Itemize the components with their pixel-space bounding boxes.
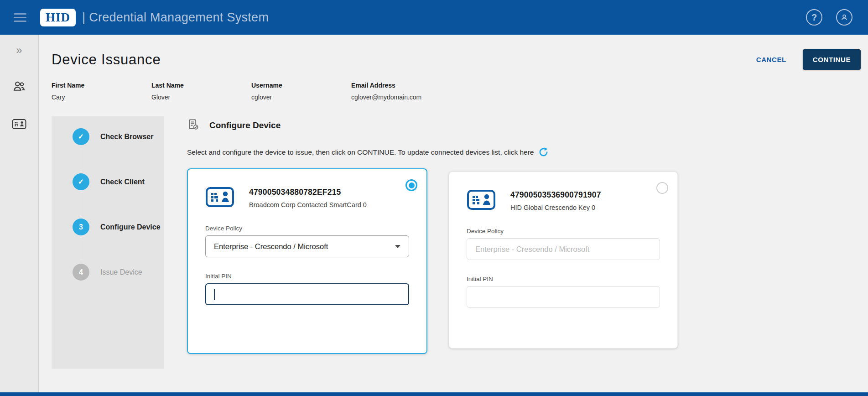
smartcard-icon <box>205 187 234 209</box>
device-card-crescendo-key[interactable]: 47900503536900791907 HID Global Crescend… <box>449 172 678 349</box>
user-summary: First Name Cary Last Name Glover Usernam… <box>52 82 868 101</box>
main-content: Device Issuance CANCEL CONTINUE First Na… <box>39 35 868 392</box>
initial-pin-label: Initial PIN <box>205 273 409 280</box>
user-account-icon[interactable] <box>836 9 852 26</box>
smartcard-icon <box>467 189 496 212</box>
username-value: cglover <box>251 94 351 101</box>
chevron-down-icon <box>395 245 400 248</box>
cancel-button[interactable]: CANCEL <box>756 56 786 63</box>
instruction-text: Select and configure the device to issue… <box>187 148 534 156</box>
expand-sidebar-icon[interactable]: » <box>16 45 22 56</box>
device-name: Broadcom Corp Contacted SmartCard 0 <box>249 201 367 208</box>
users-nav-icon[interactable] <box>12 79 26 95</box>
step-number: 4 <box>73 264 89 281</box>
step-number: 3 <box>73 219 89 235</box>
email-label: Email Address <box>351 82 451 89</box>
email-value: cglover@mydomain.com <box>351 94 451 101</box>
help-icon[interactable]: ? <box>806 9 822 26</box>
step-configure-device: 3 Configure Device <box>52 219 164 235</box>
initial-pin-input[interactable] <box>205 283 409 305</box>
step-check-icon: ✓ <box>73 173 89 190</box>
hid-logo: HID <box>40 9 76 26</box>
username-label: Username <box>251 82 351 89</box>
email-field: Email Address cglover@mydomain.com <box>351 82 451 101</box>
device-card-smartcard[interactable]: 479005034880782EF215 Broadcom Corp Conta… <box>187 168 427 354</box>
device-name: HID Global Crescendo Key 0 <box>510 204 601 211</box>
device-policy-select[interactable]: Enterprise - Crescendo / Microsoft <box>205 235 409 257</box>
app-title: | Credential Management System <box>82 10 269 25</box>
last-name-label: Last Name <box>151 82 251 89</box>
top-app-bar: HID | Credential Management System ? <box>0 0 868 35</box>
device-radio-unselected[interactable] <box>656 182 668 194</box>
step-check-icon: ✓ <box>73 128 89 145</box>
device-policy-label: Device Policy <box>467 228 660 234</box>
issuance-stepper: ✓ Check Browser ✓ Check Client 3 Configu… <box>52 116 164 369</box>
first-name-value: Cary <box>52 94 151 101</box>
section-title: Configure Device <box>209 120 281 130</box>
bottom-accent-bar <box>0 392 868 396</box>
first-name-label: First Name <box>52 82 151 89</box>
device-policy-select-disabled: Enterprise - Crescendo / Microsoft <box>467 238 660 260</box>
initial-pin-label: Initial PIN <box>467 276 660 282</box>
hid-logo-text: HID <box>46 10 70 24</box>
device-policy-label: Device Policy <box>205 225 409 232</box>
initial-pin-input-disabled <box>467 286 660 308</box>
credential-nav-icon[interactable] <box>12 119 26 131</box>
device-radio-selected[interactable] <box>405 179 417 191</box>
refresh-devices-icon[interactable] <box>538 147 549 157</box>
step-connector <box>81 238 81 261</box>
configure-device-section: Configure Device Select and configure th… <box>187 116 868 369</box>
continue-button[interactable]: CONTINUE <box>803 49 861 70</box>
device-serial: 479005034880782EF215 <box>249 188 367 197</box>
step-check-client: ✓ Check Client <box>52 173 164 190</box>
step-check-browser: ✓ Check Browser <box>52 128 164 145</box>
username-field: Username cglover <box>251 82 351 101</box>
text-cursor <box>214 289 215 300</box>
last-name-value: Glover <box>151 94 251 101</box>
left-nav-rail: » <box>0 35 39 392</box>
first-name-field: First Name Cary <box>52 82 151 101</box>
menu-icon[interactable] <box>14 13 26 22</box>
device-serial: 47900503536900791907 <box>510 190 601 200</box>
step-issue-device: 4 Issue Device <box>52 264 164 281</box>
page-title: Device Issuance <box>52 52 161 68</box>
step-connector <box>81 147 81 171</box>
step-connector <box>81 193 81 216</box>
last-name-field: Last Name Glover <box>151 82 251 101</box>
document-check-icon <box>187 118 199 132</box>
